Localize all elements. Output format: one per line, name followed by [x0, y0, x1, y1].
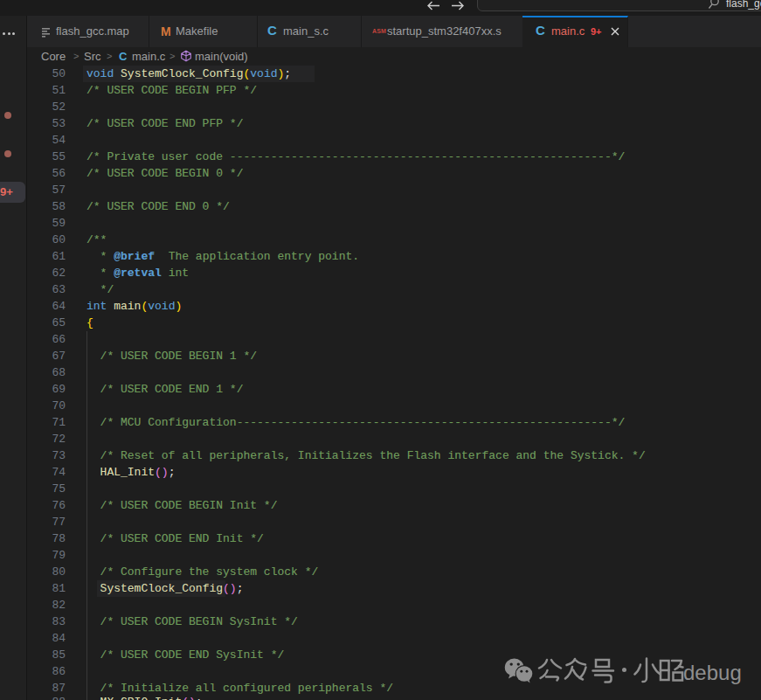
svg-text:debug: debug [683, 661, 742, 684]
